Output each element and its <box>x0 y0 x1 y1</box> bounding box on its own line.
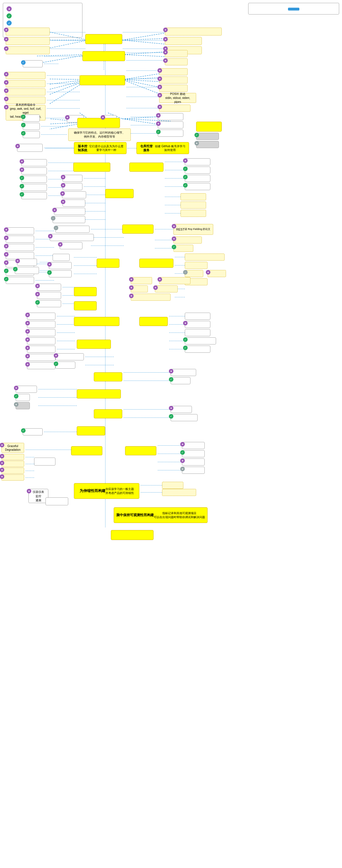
badge-oracle: ✓ <box>20 192 24 197</box>
badge-elasticsearch: ★ <box>54 353 58 358</box>
legend-icon-blue: ✓ <box>6 21 12 26</box>
mssql-node <box>21 184 47 191</box>
unit-test-node <box>37 292 61 299</box>
badge-gof: ★ <box>25 313 30 317</box>
badge-neo4j: ✓ <box>21 428 26 433</box>
websockets-node <box>71 446 102 455</box>
horizontal-scale-node <box>162 489 196 496</box>
learn-api-node <box>122 224 154 234</box>
scrypt-node <box>185 270 203 277</box>
soa-node <box>185 329 210 336</box>
badge-acid: ★ <box>61 183 65 188</box>
badge-instrumentation: ★ <box>27 489 31 493</box>
ms-iis-node <box>182 467 205 474</box>
md5-node <box>185 253 225 260</box>
serverless-node <box>185 346 210 353</box>
badge-solr: ✓ <box>54 362 58 366</box>
gitlab-node <box>196 133 219 140</box>
hateoas-node <box>56 226 90 233</box>
repo-hosting-node: 仓库托管服务创建 GitHub 账号并学习如何使用 <box>136 142 189 154</box>
os-works-node <box>6 80 45 87</box>
badge-oauth: ★ <box>4 236 8 240</box>
test-node <box>74 287 97 296</box>
badge-mem-mgmt: ★ <box>157 68 162 73</box>
badge-mongodb: ★ <box>183 158 188 163</box>
badge-hateoas: ○ <box>54 226 58 230</box>
badge-ddd: ★ <box>25 321 30 326</box>
json-api-node <box>174 237 202 244</box>
postgresql-node <box>21 159 47 166</box>
build-scalable-node: 为伸缩性而构建你应该学习的一般主题并考虑产品的可持续性 <box>74 483 139 499</box>
badge-php: ✓ <box>21 131 26 135</box>
badge-client-side: ✓ <box>47 270 52 275</box>
badge-mysql: ★ <box>20 167 24 172</box>
info-box <box>248 3 339 14</box>
cache-node <box>97 259 119 268</box>
elasticsearch-node <box>56 353 84 361</box>
badge-openid: ✓ <box>4 269 8 273</box>
learn-more-node <box>111 530 154 540</box>
badge-cqrs: ✓ <box>183 337 188 342</box>
mem-mgmt-node <box>159 68 188 75</box>
how-internet-node <box>6 28 50 35</box>
redis-node <box>17 259 37 266</box>
server-side-node <box>49 262 72 269</box>
yagni-node <box>27 354 56 361</box>
badge-orms: ★ <box>61 175 65 179</box>
badge-kiss: ★ <box>25 346 30 350</box>
search-engine-node <box>77 340 111 349</box>
svg-line-5 <box>122 40 170 44</box>
url-button[interactable] <box>288 8 299 10</box>
badge-ipc: ★ <box>157 76 162 81</box>
badge-css: ★ <box>163 50 168 55</box>
python-node <box>158 121 183 128</box>
badge-soap: ✓ <box>172 245 176 249</box>
observable-node: 脑中保持可观测性而构建指标记录和其他可观测项目可以在出现问题时帮助你调试和解决问… <box>114 507 208 523</box>
basic-frontend-node <box>83 51 125 61</box>
badge-https: ★ <box>129 277 134 282</box>
svg-line-2 <box>50 40 88 48</box>
apache-node <box>182 450 205 457</box>
badge-token-auth: ★ <box>4 252 8 257</box>
legend-icon-purple: ★ <box>6 6 12 11</box>
sharding-node <box>181 202 206 209</box>
badge-saml: ✓ <box>4 277 8 281</box>
bcrypt-node <box>208 270 226 277</box>
solr-node <box>56 362 75 369</box>
badge-rest: ★ <box>172 224 176 228</box>
badge-terminal: ★ <box>4 72 8 76</box>
mariadb-node <box>21 176 47 183</box>
loadshifting-node <box>1 468 24 474</box>
badge-csharp: ✓ <box>21 123 26 127</box>
badge-bitbucket: ● <box>194 141 199 146</box>
badge-java: ✓ <box>21 115 26 119</box>
badge-lxc: ● <box>14 402 19 407</box>
badge-memcached: ✓ <box>13 267 18 272</box>
container-node <box>77 390 121 399</box>
badge-ms-iis: ● <box>180 467 185 471</box>
ipc-node <box>159 76 188 84</box>
microservices-node <box>185 321 210 328</box>
internet-node <box>85 34 122 44</box>
badge-dry: ★ <box>25 362 30 367</box>
mitigation-node <box>34 458 56 466</box>
javascript-be-node <box>158 113 183 120</box>
understand-diff-node <box>45 497 68 505</box>
apollo-node <box>170 406 192 413</box>
javascript-fe-node <box>165 58 188 65</box>
badge-jwt: ★ <box>4 260 8 265</box>
ruby-node <box>158 130 183 137</box>
oauth-node <box>6 236 34 243</box>
https-node <box>131 277 152 284</box>
ddd-node <box>27 321 56 328</box>
auth-node <box>60 242 83 249</box>
badge-serverless: ✓ <box>183 346 188 350</box>
badge-integration-test: ★ <box>35 284 40 288</box>
badge-relay-modern: ✓ <box>169 414 174 418</box>
transactions-node <box>62 191 86 198</box>
sha-node <box>185 262 208 269</box>
badge-auth: ★ <box>58 242 63 247</box>
func-test-node <box>37 300 61 307</box>
badge-db-normalize: ★ <box>52 208 57 212</box>
badge-yagni: ★ <box>25 354 30 359</box>
